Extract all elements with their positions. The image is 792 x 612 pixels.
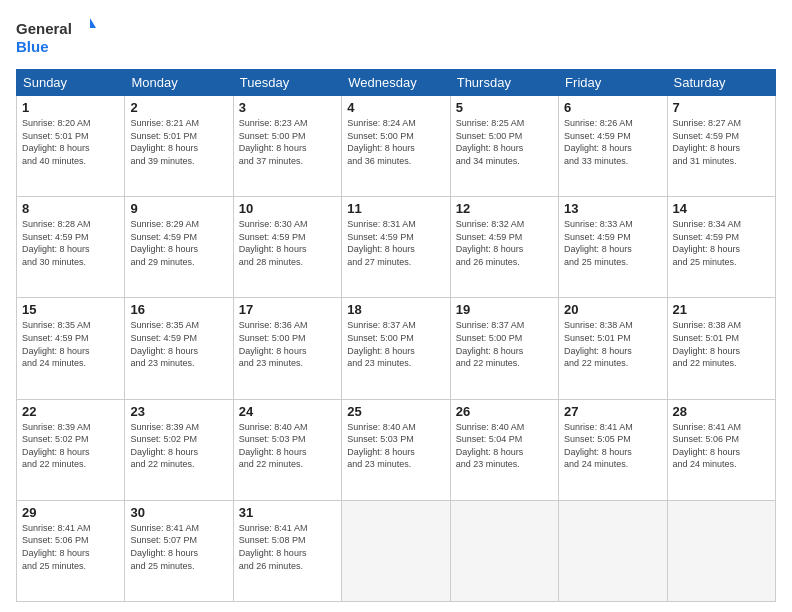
day-number: 23 [130, 404, 227, 419]
day-number: 5 [456, 100, 553, 115]
calendar-cell: 3Sunrise: 8:23 AMSunset: 5:00 PMDaylight… [233, 96, 341, 197]
day-number: 29 [22, 505, 119, 520]
page: General Blue SundayMondayTuesdayWednesda… [0, 0, 792, 612]
calendar-cell: 12Sunrise: 8:32 AMSunset: 4:59 PMDayligh… [450, 197, 558, 298]
calendar-cell: 31Sunrise: 8:41 AMSunset: 5:08 PMDayligh… [233, 500, 341, 601]
calendar-cell: 17Sunrise: 8:36 AMSunset: 5:00 PMDayligh… [233, 298, 341, 399]
calendar-cell: 22Sunrise: 8:39 AMSunset: 5:02 PMDayligh… [17, 399, 125, 500]
day-number: 15 [22, 302, 119, 317]
day-number: 24 [239, 404, 336, 419]
calendar-cell: 9Sunrise: 8:29 AMSunset: 4:59 PMDaylight… [125, 197, 233, 298]
calendar-cell: 26Sunrise: 8:40 AMSunset: 5:04 PMDayligh… [450, 399, 558, 500]
svg-text:Blue: Blue [16, 38, 49, 55]
calendar-week-5: 29Sunrise: 8:41 AMSunset: 5:06 PMDayligh… [17, 500, 776, 601]
calendar-week-3: 15Sunrise: 8:35 AMSunset: 4:59 PMDayligh… [17, 298, 776, 399]
calendar-table: SundayMondayTuesdayWednesdayThursdayFrid… [16, 69, 776, 602]
day-info: Sunrise: 8:41 AMSunset: 5:06 PMDaylight:… [22, 522, 119, 572]
day-number: 30 [130, 505, 227, 520]
day-info: Sunrise: 8:36 AMSunset: 5:00 PMDaylight:… [239, 319, 336, 369]
logo-svg: General Blue [16, 16, 96, 61]
calendar-week-2: 8Sunrise: 8:28 AMSunset: 4:59 PMDaylight… [17, 197, 776, 298]
day-number: 10 [239, 201, 336, 216]
day-number: 11 [347, 201, 444, 216]
calendar-cell: 23Sunrise: 8:39 AMSunset: 5:02 PMDayligh… [125, 399, 233, 500]
day-info: Sunrise: 8:39 AMSunset: 5:02 PMDaylight:… [130, 421, 227, 471]
day-number: 22 [22, 404, 119, 419]
day-info: Sunrise: 8:32 AMSunset: 4:59 PMDaylight:… [456, 218, 553, 268]
day-info: Sunrise: 8:35 AMSunset: 4:59 PMDaylight:… [22, 319, 119, 369]
day-number: 18 [347, 302, 444, 317]
day-info: Sunrise: 8:41 AMSunset: 5:06 PMDaylight:… [673, 421, 770, 471]
day-info: Sunrise: 8:38 AMSunset: 5:01 PMDaylight:… [564, 319, 661, 369]
day-header-wednesday: Wednesday [342, 70, 450, 96]
day-number: 9 [130, 201, 227, 216]
day-number: 3 [239, 100, 336, 115]
calendar-cell: 25Sunrise: 8:40 AMSunset: 5:03 PMDayligh… [342, 399, 450, 500]
calendar-cell: 1Sunrise: 8:20 AMSunset: 5:01 PMDaylight… [17, 96, 125, 197]
calendar-cell: 4Sunrise: 8:24 AMSunset: 5:00 PMDaylight… [342, 96, 450, 197]
calendar-cell: 8Sunrise: 8:28 AMSunset: 4:59 PMDaylight… [17, 197, 125, 298]
day-number: 17 [239, 302, 336, 317]
day-number: 27 [564, 404, 661, 419]
logo: General Blue [16, 16, 96, 61]
calendar-cell: 11Sunrise: 8:31 AMSunset: 4:59 PMDayligh… [342, 197, 450, 298]
day-number: 7 [673, 100, 770, 115]
calendar-cell: 14Sunrise: 8:34 AMSunset: 4:59 PMDayligh… [667, 197, 775, 298]
day-header-tuesday: Tuesday [233, 70, 341, 96]
calendar-cell: 28Sunrise: 8:41 AMSunset: 5:06 PMDayligh… [667, 399, 775, 500]
calendar-week-4: 22Sunrise: 8:39 AMSunset: 5:02 PMDayligh… [17, 399, 776, 500]
day-number: 21 [673, 302, 770, 317]
calendar-cell: 18Sunrise: 8:37 AMSunset: 5:00 PMDayligh… [342, 298, 450, 399]
day-header-thursday: Thursday [450, 70, 558, 96]
day-number: 16 [130, 302, 227, 317]
calendar-cell: 21Sunrise: 8:38 AMSunset: 5:01 PMDayligh… [667, 298, 775, 399]
day-info: Sunrise: 8:37 AMSunset: 5:00 PMDaylight:… [456, 319, 553, 369]
day-number: 12 [456, 201, 553, 216]
calendar-cell: 20Sunrise: 8:38 AMSunset: 5:01 PMDayligh… [559, 298, 667, 399]
day-info: Sunrise: 8:40 AMSunset: 5:04 PMDaylight:… [456, 421, 553, 471]
calendar-cell: 13Sunrise: 8:33 AMSunset: 4:59 PMDayligh… [559, 197, 667, 298]
day-header-monday: Monday [125, 70, 233, 96]
day-info: Sunrise: 8:20 AMSunset: 5:01 PMDaylight:… [22, 117, 119, 167]
day-info: Sunrise: 8:27 AMSunset: 4:59 PMDaylight:… [673, 117, 770, 167]
calendar-cell [667, 500, 775, 601]
day-number: 1 [22, 100, 119, 115]
calendar-cell: 30Sunrise: 8:41 AMSunset: 5:07 PMDayligh… [125, 500, 233, 601]
day-info: Sunrise: 8:31 AMSunset: 4:59 PMDaylight:… [347, 218, 444, 268]
day-info: Sunrise: 8:39 AMSunset: 5:02 PMDaylight:… [22, 421, 119, 471]
day-info: Sunrise: 8:21 AMSunset: 5:01 PMDaylight:… [130, 117, 227, 167]
calendar-cell: 2Sunrise: 8:21 AMSunset: 5:01 PMDaylight… [125, 96, 233, 197]
header: General Blue [16, 16, 776, 61]
day-info: Sunrise: 8:35 AMSunset: 4:59 PMDaylight:… [130, 319, 227, 369]
calendar-week-1: 1Sunrise: 8:20 AMSunset: 5:01 PMDaylight… [17, 96, 776, 197]
day-info: Sunrise: 8:28 AMSunset: 4:59 PMDaylight:… [22, 218, 119, 268]
day-info: Sunrise: 8:37 AMSunset: 5:00 PMDaylight:… [347, 319, 444, 369]
calendar-cell: 15Sunrise: 8:35 AMSunset: 4:59 PMDayligh… [17, 298, 125, 399]
day-number: 25 [347, 404, 444, 419]
day-info: Sunrise: 8:34 AMSunset: 4:59 PMDaylight:… [673, 218, 770, 268]
calendar-cell: 6Sunrise: 8:26 AMSunset: 4:59 PMDaylight… [559, 96, 667, 197]
day-info: Sunrise: 8:40 AMSunset: 5:03 PMDaylight:… [239, 421, 336, 471]
svg-text:General: General [16, 20, 72, 37]
day-info: Sunrise: 8:41 AMSunset: 5:05 PMDaylight:… [564, 421, 661, 471]
day-info: Sunrise: 8:33 AMSunset: 4:59 PMDaylight:… [564, 218, 661, 268]
day-number: 19 [456, 302, 553, 317]
day-info: Sunrise: 8:38 AMSunset: 5:01 PMDaylight:… [673, 319, 770, 369]
day-header-saturday: Saturday [667, 70, 775, 96]
day-number: 6 [564, 100, 661, 115]
day-info: Sunrise: 8:25 AMSunset: 5:00 PMDaylight:… [456, 117, 553, 167]
calendar-cell: 27Sunrise: 8:41 AMSunset: 5:05 PMDayligh… [559, 399, 667, 500]
day-header-friday: Friday [559, 70, 667, 96]
day-info: Sunrise: 8:41 AMSunset: 5:08 PMDaylight:… [239, 522, 336, 572]
svg-marker-2 [90, 18, 96, 28]
day-number: 26 [456, 404, 553, 419]
calendar-cell: 24Sunrise: 8:40 AMSunset: 5:03 PMDayligh… [233, 399, 341, 500]
calendar-cell [559, 500, 667, 601]
day-number: 13 [564, 201, 661, 216]
day-info: Sunrise: 8:41 AMSunset: 5:07 PMDaylight:… [130, 522, 227, 572]
calendar-cell: 19Sunrise: 8:37 AMSunset: 5:00 PMDayligh… [450, 298, 558, 399]
day-info: Sunrise: 8:30 AMSunset: 4:59 PMDaylight:… [239, 218, 336, 268]
day-info: Sunrise: 8:23 AMSunset: 5:00 PMDaylight:… [239, 117, 336, 167]
day-number: 14 [673, 201, 770, 216]
day-info: Sunrise: 8:24 AMSunset: 5:00 PMDaylight:… [347, 117, 444, 167]
